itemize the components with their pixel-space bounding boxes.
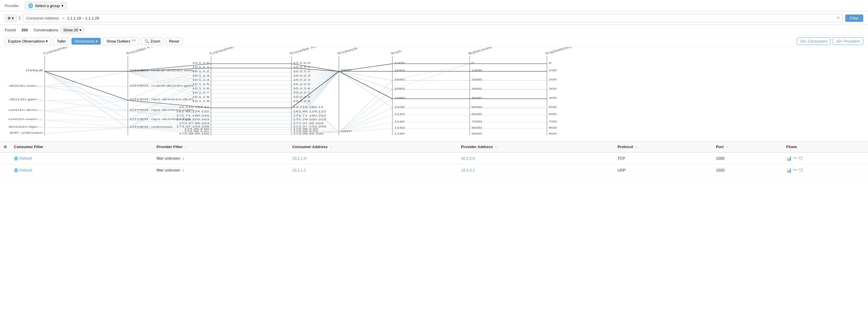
show-label: Show 20 [63,28,78,32]
svg-text:10.1.1.9: 10.1.1.9 [192,100,209,103]
found-suffix: Conversations [34,28,58,32]
consumer-address-link[interactable]: 10.1.1.0 [292,156,306,160]
col-consumer-address-label: Consumer Address [292,145,327,149]
table-row: 🌐 Default filter unknown ℹ 10.1.1.0 10.2… [0,152,868,165]
table-filter-col-header: ⊙ [0,142,10,152]
col-consumer-filter[interactable]: Consumer Filter ↑ [10,142,153,152]
found-count: 200 [22,28,28,32]
svg-text:300: 300 [549,88,557,90]
show-chevron-icon: ▾ [80,28,82,32]
col-consumer-address[interactable]: Consumer Address ↑↓ [289,142,457,152]
col-protocol[interactable]: Protocol ↑↓ [614,142,712,152]
col-provider-filter[interactable]: Provider Filter ↑↓ [153,142,289,152]
provider-label: Provider [5,4,19,8]
globe-icon-row2: 🌐 [14,168,18,172]
reset-button[interactable]: Reset [166,37,183,45]
explore-label: Explore Observations [8,39,44,43]
outliers-label: Show Outliers [106,39,130,43]
svg-text:200: 200 [549,78,557,81]
col-flows[interactable]: Flows [783,142,868,152]
consumers-badge-button[interactable]: 20+ Consumers [797,37,831,45]
select-group-button[interactable]: 🌐 Select a group ▾ [25,2,67,9]
parallel-coordinates-chart[interactable]: Consumer Filter Provider Filter Consumer… [0,47,868,142]
col-port[interactable]: Port ↑↓ [712,142,783,152]
sort-both-icon-3: ↑↓ [495,146,498,149]
svg-text:900: 900 [549,132,557,136]
svg-text:600: 600 [549,113,557,116]
dimensions-button[interactable]: Dimensions ▾ [71,38,101,44]
svg-text:Default: Default [26,69,43,72]
globe-icon-row1: 🌐 [14,156,18,160]
svg-text:400: 400 [549,97,557,100]
svg-text:161.44.124.122: 161.44.124.122 [293,110,326,113]
zoom-button[interactable]: 🔍 Zoom [141,37,163,45]
svg-text:cm01n-oam-...: cm01n-oam-... [8,118,43,121]
gear-icon: ⚙ [7,16,11,21]
row-port-2: 1020 [712,165,783,176]
show-outliers-button[interactable]: Show Outliers trial [103,37,139,45]
table-body: 🌐 Default filter unknown ℹ 10.1.1.0 10.2… [0,152,868,176]
info-icon-row1[interactable]: ℹ [183,157,184,160]
consumer-address-link-2[interactable]: 10.1.1.1 [292,168,306,172]
row-protocol-2: UDP [614,165,712,176]
show-count-button[interactable]: Show 20 ▾ [61,27,84,33]
filter-pill-value: 1.1.1.18 – 1.1.1.26 [67,16,99,21]
svg-text:1180: 1180 [394,132,405,136]
row-flows: 📊 〜 🛡 [783,152,868,165]
svg-text:Consumer Filter: Consumer Filter [42,47,82,55]
row-flows-2: 📊 〜 🛡 [783,165,868,176]
providers-badge-button[interactable]: 20+ Providers [833,37,863,45]
consumer-filter-link[interactable]: Default [20,156,32,160]
chevron-down-icon: ▾ [61,4,64,8]
info-icon-row2[interactable]: ℹ [183,169,184,172]
row-provider-filter: filter unknown ℹ [153,152,289,165]
sort-both-icon: ↑↓ [185,146,188,149]
filter-pill-label: Consumer Address [26,16,59,21]
trend-icon-2[interactable]: 〜 [793,167,797,173]
explore-observations-button[interactable]: Explore Observations ▾ [5,37,51,45]
col-provider-address-label: Provider Address [461,145,493,149]
table-header: ⊙ Consumer Filter ↑ Provider Filter ↑↓ C… [0,142,868,152]
col-provider-address[interactable]: Provider Address ↑↓ [457,142,614,152]
sort-both-icon-4: ↑↓ [635,146,638,149]
row-filter-icon-cell-2 [0,165,10,176]
svg-text:cm01n-dcm-...: cm01n-dcm-... [8,109,43,112]
bar-chart-icon[interactable]: 📊 [786,156,792,161]
found-prefix: Found [5,28,16,32]
filter-button[interactable]: Filter [845,14,863,22]
svg-text:800: 800 [549,126,557,129]
provider-address-link-2[interactable]: 10.2.2.1 [461,168,475,172]
filter-close-button[interactable]: × [837,16,840,21]
row-consumer-address: 10.1.1.0 [289,152,457,165]
row-consumer-filter-2: 🌐 Default [10,165,153,176]
svg-text:-dci13n-gen-...: -dci13n-gen-... [8,98,43,101]
svg-text:100: 100 [549,69,557,72]
consumer-filter-link-2[interactable]: Default [20,168,32,172]
info-icon[interactable]: ℹ [19,16,21,21]
gear-settings-button[interactable]: ⚙ ▾ [5,14,17,22]
col-port-label: Port [716,145,723,149]
provider-address-link[interactable]: 10.2.2.0 [461,156,475,160]
filter-bar: ⚙ ▾ ℹ Consumer Address = 1.1.1.18 – 1.1.… [0,11,868,25]
svg-text:Port: Port [390,50,402,55]
row-protocol: TCP [614,152,712,165]
trend-icon[interactable]: 〜 [793,155,797,161]
sort-asc-icon: ↑ [45,146,47,149]
shield-icon[interactable]: 🛡 [799,156,803,161]
svg-text:700: 700 [549,120,557,123]
svg-text:0: 0 [549,61,551,64]
col-protocol-label: Protocol [617,145,633,149]
svg-text:500: 500 [549,106,557,109]
taller-button[interactable]: Taller [54,37,69,45]
shield-icon-2[interactable]: 🛡 [799,168,803,173]
svg-text:Consumer Address: Consumer Address [209,47,255,55]
chart-toolbar: Explore Observations ▾ Taller Dimensions… [0,35,868,47]
svg-text:dcm02n-bpi-...: dcm02n-bpi-... [8,125,43,128]
col-consumer-filter-label: Consumer Filter [14,145,43,149]
row-port: 1000 [712,152,783,165]
bar-chart-icon-2[interactable]: 📊 [786,168,792,173]
row-provider-address-2: 10.2.2.1 [457,165,614,176]
sort-both-icon-5: ↑↓ [725,146,728,149]
trial-label: trial [131,39,136,42]
svg-text:Bytecount: Bytecount [467,47,493,55]
